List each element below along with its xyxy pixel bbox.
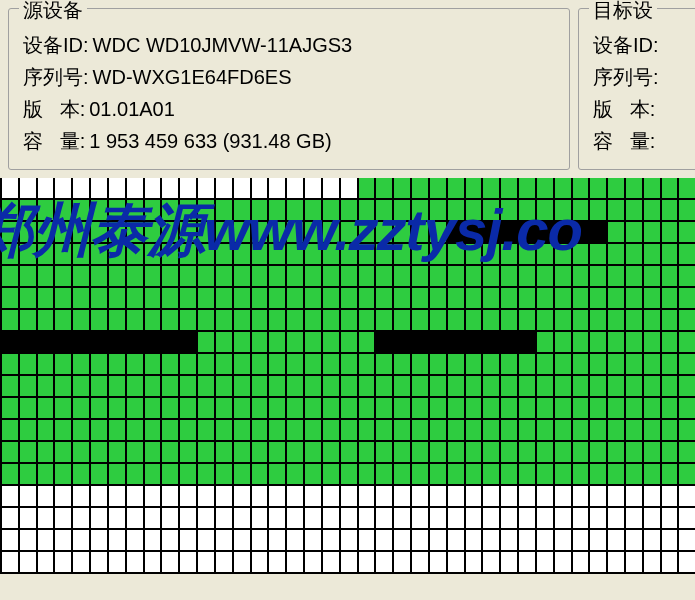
sector-cell [571, 420, 589, 442]
sector-cell [178, 398, 196, 420]
sector-cell [499, 530, 517, 552]
sector-cell [321, 266, 339, 288]
sector-cell [446, 530, 464, 552]
sector-cell [160, 442, 178, 464]
sector-row [0, 530, 695, 552]
sector-cell [553, 178, 571, 200]
sector-cell [357, 508, 375, 530]
sector-cell [250, 376, 268, 398]
sector-cell [303, 398, 321, 420]
sector-cell [553, 486, 571, 508]
sector-cell [553, 222, 571, 244]
sector-cell [143, 288, 161, 310]
sector-cell [232, 178, 250, 200]
sector-cell [89, 310, 107, 332]
sector-cell [303, 508, 321, 530]
sector-cell [535, 552, 553, 574]
sector-cell [125, 266, 143, 288]
sector-cell [392, 332, 410, 354]
sector-cell [267, 354, 285, 376]
sector-row [0, 464, 695, 486]
sector-cell [517, 178, 535, 200]
sector-cell [499, 552, 517, 574]
sector-cell [553, 530, 571, 552]
sector-cell [428, 310, 446, 332]
sector-cell [143, 552, 161, 574]
sector-cell [464, 442, 482, 464]
sector-cell [624, 552, 642, 574]
sector-cell [303, 376, 321, 398]
sector-cell [499, 508, 517, 530]
sector-cell [481, 552, 499, 574]
sector-cell [660, 530, 678, 552]
sector-cell [71, 178, 89, 200]
sector-cell [214, 464, 232, 486]
sector-cell [588, 508, 606, 530]
sector-cell [53, 552, 71, 574]
sector-cell [321, 464, 339, 486]
source-panel-title: 源设备 [19, 0, 87, 24]
sector-cell [499, 398, 517, 420]
sector-cell [374, 200, 392, 222]
sector-cell [571, 354, 589, 376]
sector-cell [285, 288, 303, 310]
sector-cell [677, 464, 695, 486]
sector-cell [18, 178, 36, 200]
sector-cell [107, 200, 125, 222]
sector-cell [428, 266, 446, 288]
sector-cell [642, 552, 660, 574]
sector-cell [428, 420, 446, 442]
sector-cell [535, 266, 553, 288]
sector-cell [125, 442, 143, 464]
sector-cell [446, 486, 464, 508]
sector-cell [107, 288, 125, 310]
sector-cell [392, 354, 410, 376]
sector-cell [339, 376, 357, 398]
sector-cell [642, 288, 660, 310]
sector-cell [428, 178, 446, 200]
sector-cell [553, 332, 571, 354]
sector-cell [143, 376, 161, 398]
sector-cell [677, 508, 695, 530]
sector-cell [196, 310, 214, 332]
sector-cell [36, 420, 54, 442]
sector-cell [178, 288, 196, 310]
sector-cell [517, 310, 535, 332]
sector-row [0, 288, 695, 310]
sector-cell [392, 552, 410, 574]
sector-cell [392, 266, 410, 288]
sector-cell [267, 530, 285, 552]
sector-cell [303, 552, 321, 574]
sector-cell [428, 486, 446, 508]
sector-cell [553, 552, 571, 574]
sector-cell [36, 508, 54, 530]
sector-cell [499, 442, 517, 464]
sector-cell [588, 376, 606, 398]
sector-cell [53, 420, 71, 442]
sector-cell [357, 354, 375, 376]
sector-cell [232, 420, 250, 442]
sector-cell [677, 178, 695, 200]
sector-cell [392, 310, 410, 332]
sector-cell [642, 244, 660, 266]
sector-cell [410, 420, 428, 442]
sector-cell [53, 442, 71, 464]
sector-cell [535, 244, 553, 266]
source-device-id-row: 设备ID: WDC WD10JMVW-11AJGS3 [23, 31, 555, 59]
sector-cell [71, 332, 89, 354]
sector-cell [36, 332, 54, 354]
sector-cell [571, 288, 589, 310]
sector-cell [677, 530, 695, 552]
sector-cell [357, 178, 375, 200]
sector-cell [71, 464, 89, 486]
sector-cell [571, 398, 589, 420]
sector-cell [196, 178, 214, 200]
sector-cell [214, 288, 232, 310]
sector-cell [71, 420, 89, 442]
sector-cell [410, 332, 428, 354]
sector-cell [71, 288, 89, 310]
capacity-value: 1 953 459 633 (931.48 GB) [89, 127, 331, 155]
sector-cell [535, 398, 553, 420]
sector-cell [321, 288, 339, 310]
sector-cell [606, 508, 624, 530]
